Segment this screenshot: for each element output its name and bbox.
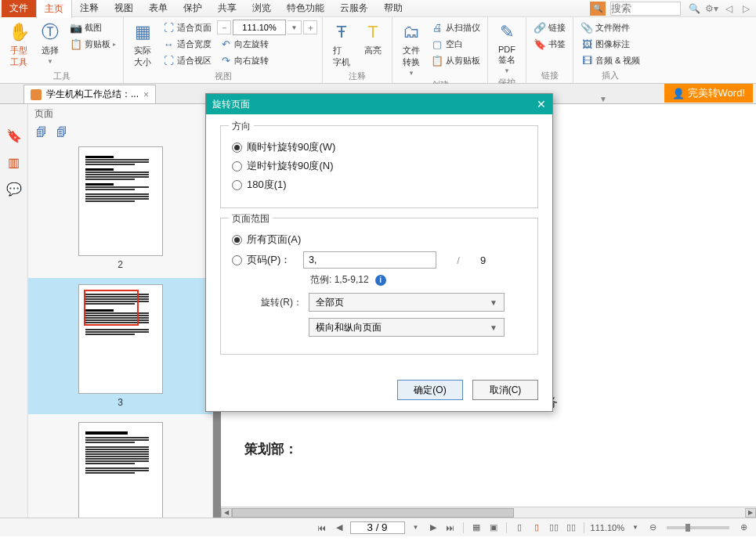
file-convert-button[interactable]: 🗂文件转换▼ — [397, 20, 425, 78]
tab-view[interactable]: 视图 — [107, 0, 141, 17]
scroll-left-icon[interactable]: ◀ — [221, 508, 232, 518]
radio-icon — [232, 180, 242, 190]
comment-rail-icon[interactable]: 💬 — [6, 181, 22, 197]
typewriter-button[interactable]: Ŧ打字机 — [327, 20, 356, 70]
blank-page-button[interactable]: ▢空白 — [429, 36, 483, 52]
film-icon: 🎞 — [581, 54, 593, 67]
rotate-left-button[interactable]: ↶向左旋转 — [217, 36, 317, 52]
group-link: 🔗链接 🔖书签 链接 — [526, 17, 573, 83]
bookmark-rail-icon[interactable]: 🔖 — [6, 128, 22, 143]
layout-single-icon[interactable]: ▯ — [513, 521, 526, 534]
select-tool-button[interactable]: Ⓣ选择▼ — [36, 20, 64, 67]
document-tab[interactable]: 学生机构工作总结：... × — [24, 85, 156, 103]
radio-all-pages[interactable]: 所有页面(A) — [232, 233, 526, 247]
fit-width-button[interactable]: ↔适合宽度 — [160, 36, 214, 52]
clipboard-button[interactable]: 📋剪贴板▸ — [67, 36, 118, 52]
highlight-icon: T — [362, 21, 384, 43]
cancel-button[interactable]: 取消(C) — [472, 380, 538, 400]
scroll-right-icon[interactable]: ▶ — [745, 508, 756, 518]
pages-input[interactable] — [303, 251, 436, 269]
tab-cloud[interactable]: 云服务 — [332, 0, 376, 17]
radio-cw[interactable]: 顺时针旋转90度(W) — [232, 140, 526, 154]
layout-facing-icon[interactable]: ▯▯ — [548, 521, 560, 534]
dialog-titlebar[interactable]: 旋转页面 ✕ — [206, 94, 552, 114]
view-tool-icon[interactable]: ▣ — [487, 521, 500, 534]
attachment-button[interactable]: 📎文件附件 — [578, 20, 642, 35]
nav-next-icon[interactable]: ▷ — [740, 2, 752, 15]
scroll-thumb[interactable] — [232, 508, 514, 518]
pdf-sign-button[interactable]: ✎PDF签名▼ — [493, 20, 521, 76]
first-page-icon[interactable]: ⏮ — [316, 521, 328, 534]
person-icon: 👤 — [672, 88, 685, 99]
from-clipboard-button[interactable]: 📋从剪贴板 — [429, 52, 483, 68]
page-tool-2-icon[interactable]: 🗐 — [56, 126, 67, 139]
group-label: 工具 — [5, 70, 118, 83]
camera-icon: 📷 — [70, 21, 82, 34]
file-menu[interactable]: 文件 — [2, 0, 36, 17]
zoom-slider[interactable] — [667, 526, 729, 529]
orientation-select[interactable]: 横向和纵向页面▼ — [309, 318, 505, 337]
layout-contfacing-icon[interactable]: ▯▯ — [565, 521, 577, 534]
tab-form[interactable]: 表单 — [141, 0, 175, 17]
hand-tool-button[interactable]: ✋手型工具 — [5, 20, 33, 70]
search-next-icon[interactable]: 🔍 — [688, 2, 700, 15]
zoom-out-button[interactable]: － — [217, 20, 231, 34]
pages-scroll[interactable]: 2 3 — [28, 142, 212, 518]
actual-size-button[interactable]: ▦实际大小 — [128, 20, 157, 70]
screenshot-button[interactable]: 📷截图 — [67, 20, 118, 35]
close-tab-icon[interactable]: × — [143, 89, 149, 100]
next-page-icon[interactable]: ▶ — [427, 521, 439, 534]
image-annot-button[interactable]: 🖼图像标注 — [578, 36, 642, 52]
tab-annotate[interactable]: 注释 — [72, 0, 107, 17]
layout-cont-icon[interactable]: ▯ — [530, 521, 543, 534]
radio-page-numbers[interactable]: 页码(P)： / 9 — [232, 251, 526, 269]
rotate-right-button[interactable]: ↷向右旋转 — [217, 52, 317, 68]
page-tool-1-icon[interactable]: 🗐 — [36, 126, 47, 139]
close-icon[interactable]: ✕ — [537, 98, 546, 110]
bookmark-button[interactable]: 🔖书签 — [531, 36, 568, 52]
page-input[interactable] — [350, 521, 405, 534]
radio-180[interactable]: 180度(1) — [232, 178, 526, 192]
radio-ccw[interactable]: 逆时针旋转90度(N) — [232, 159, 526, 173]
zoom-dropdown-icon[interactable]: ▼ — [629, 521, 642, 534]
zoom-in-icon[interactable]: ⊕ — [737, 521, 750, 534]
search-icon[interactable]: 🔍 — [590, 2, 606, 16]
highlight-button[interactable]: T高亮 — [359, 20, 387, 58]
view-tool-icon[interactable]: ▦ — [470, 521, 483, 534]
tab-share[interactable]: 共享 — [210, 0, 244, 17]
group-create: 🗂文件转换▼ 🖨从扫描仪 ▢空白 📋从剪贴板 创建 — [392, 17, 488, 83]
page-thumb-4[interactable] — [28, 422, 212, 518]
last-page-icon[interactable]: ⏭ — [444, 521, 457, 534]
av-button[interactable]: 🎞音频 & 视频 — [578, 52, 642, 68]
tab-home[interactable]: 主页 — [36, 0, 72, 18]
zoom-in-button[interactable]: ＋ — [303, 20, 317, 34]
nav-prev-icon[interactable]: ◁ — [722, 2, 735, 15]
tab-protect[interactable]: 保护 — [175, 0, 210, 17]
fit-view-button[interactable]: ⛶适合视区 — [160, 52, 214, 68]
settings-icon[interactable]: ⚙▾ — [705, 2, 718, 15]
tab-features[interactable]: 特色功能 — [279, 0, 332, 17]
tab-menu-icon[interactable]: ▼ — [599, 95, 607, 103]
zoom-input[interactable] — [233, 20, 286, 35]
fit-page-button[interactable]: ⛶适合页面 — [160, 20, 214, 35]
prev-page-icon[interactable]: ◀ — [333, 521, 345, 534]
tab-help[interactable]: 帮助 — [376, 0, 411, 17]
group-annotate: Ŧ打字机 T高亮 注释 — [323, 17, 392, 83]
search-input[interactable] — [610, 2, 681, 16]
group-label: 插入 — [578, 69, 642, 82]
from-scanner-button[interactable]: 🖨从扫描仪 — [429, 20, 483, 35]
zoom-dropdown[interactable]: ▼ — [288, 20, 302, 34]
zoom-out-icon[interactable]: ⊖ — [646, 521, 659, 534]
convert-word-button[interactable]: 👤 完美转Word! — [664, 84, 753, 103]
tab-browse[interactable]: 浏览 — [244, 0, 279, 17]
info-icon[interactable]: i — [375, 275, 386, 286]
rotate-select[interactable]: 全部页▼ — [309, 293, 505, 312]
link-button[interactable]: 🔗链接 — [531, 20, 568, 35]
radio-icon — [232, 235, 242, 245]
page-dropdown-icon[interactable]: ▼ — [410, 521, 422, 534]
horizontal-scrollbar[interactable]: ◀ ▶ — [221, 507, 756, 518]
pages-rail-icon[interactable]: ▥ — [6, 154, 22, 170]
page-thumb-3[interactable]: 3 — [28, 278, 212, 414]
ok-button[interactable]: 确定(O) — [397, 380, 463, 400]
page-thumb-2[interactable]: 2 — [28, 146, 212, 270]
